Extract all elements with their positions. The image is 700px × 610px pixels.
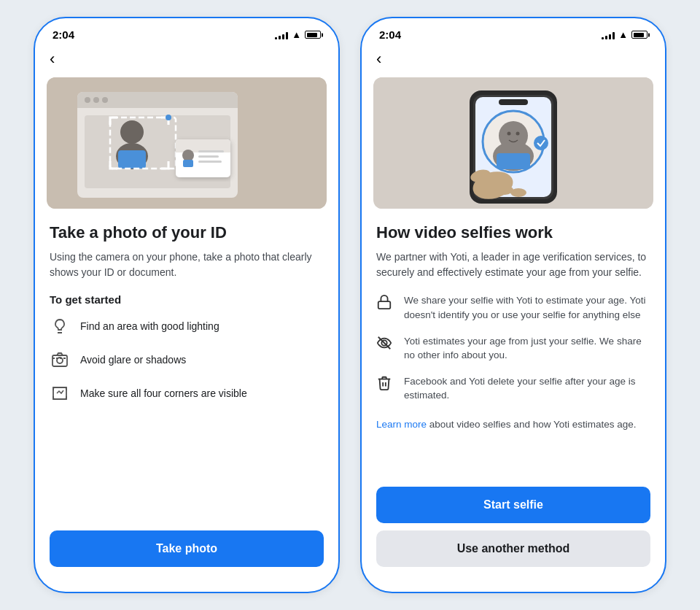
status-icons-2: ▲	[602, 29, 648, 40]
wifi-icon-1: ▲	[292, 29, 301, 40]
svg-point-5	[93, 97, 99, 103]
back-button-2[interactable]: ‹	[362, 47, 665, 77]
svg-point-6	[102, 97, 108, 103]
svg-rect-44	[378, 301, 391, 309]
take-photo-button[interactable]: Take photo	[50, 530, 324, 567]
checklist-text-3: Make sure all four corners are visible	[80, 387, 247, 399]
checklist-item-2: Avoid glare or shadows	[50, 350, 324, 370]
time-2: 2:04	[379, 28, 401, 41]
time-1: 2:04	[52, 28, 74, 41]
svg-point-4	[85, 97, 90, 103]
bottom-area-2: Start selfie Use another method	[362, 479, 665, 592]
svg-point-20	[166, 115, 171, 120]
checklist-text-2: Avoid glare or shadows	[80, 354, 186, 366]
page-title-2: How video selfies work	[376, 223, 650, 242]
page-description-1: Using the camera on your phone, take a p…	[50, 250, 324, 280]
checklist-text-1: Find an area with good lighting	[80, 320, 219, 332]
privacy-text-3: Facebook and Yoti delete your selfie aft…	[404, 374, 650, 403]
svg-rect-18	[198, 155, 219, 158]
battery-icon-1	[305, 31, 321, 39]
signal-icon-2	[602, 31, 615, 39]
section-title-1: To get started	[50, 293, 324, 306]
eye-off-icon	[376, 335, 394, 352]
status-bar-2: 2:04 ▲	[362, 18, 665, 47]
privacy-item-1: We share your selfie with Yoti to estima…	[376, 293, 650, 322]
learn-more-paragraph: Learn more about video selfies and how Y…	[376, 417, 650, 432]
svg-point-34	[508, 132, 511, 136]
back-button-1[interactable]: ‹	[35, 47, 338, 77]
camera-icon	[50, 350, 70, 370]
use-another-method-button[interactable]: Use another method	[376, 530, 650, 567]
checklist-item-1: Find an area with good lighting	[50, 316, 324, 336]
content-area-1: Take a photo of your ID Using the camera…	[35, 209, 338, 523]
start-selfie-button[interactable]: Start selfie	[376, 487, 650, 523]
hero-image-2	[373, 77, 653, 209]
svg-point-42	[510, 188, 526, 197]
trash-icon	[376, 375, 394, 393]
svg-rect-10	[118, 150, 146, 169]
privacy-text-1: We share your selfie with Yoti to estima…	[404, 293, 650, 322]
privacy-item-3: Facebook and Yoti delete your selfie aft…	[376, 374, 650, 403]
svg-rect-19	[198, 161, 222, 163]
content-area-2: How video selfies work We partner with Y…	[362, 209, 665, 479]
svg-rect-33	[497, 153, 530, 169]
page-description-2: We partner with Yoti, a leader in age ve…	[376, 250, 650, 280]
wifi-icon-2: ▲	[618, 29, 628, 40]
hero-image-1	[47, 77, 327, 209]
learn-more-suffix: about video selfies and how Yoti estimat…	[427, 419, 636, 430]
phone-1: 2:04 ▲ ‹	[34, 17, 340, 593]
signal-icon-1	[275, 31, 288, 39]
status-bar-1: 2:04 ▲	[35, 18, 338, 47]
svg-rect-16	[183, 160, 193, 167]
battery-icon-2	[631, 31, 648, 39]
phone-2: 2:04 ▲ ‹	[360, 17, 666, 593]
status-icons-1: ▲	[275, 29, 321, 40]
svg-rect-17	[198, 150, 224, 152]
svg-point-15	[182, 150, 194, 161]
svg-rect-3	[77, 101, 238, 108]
privacy-item-2: Yoti estimates your age from just your s…	[376, 334, 650, 363]
svg-rect-38	[499, 99, 528, 105]
bottom-area-1: Take photo	[35, 523, 338, 592]
lock-icon	[376, 294, 394, 312]
svg-point-35	[516, 132, 520, 136]
checklist-item-3: Make sure all four corners are visible	[50, 383, 324, 404]
svg-point-37	[534, 136, 548, 150]
svg-point-8	[120, 120, 144, 144]
svg-rect-25	[53, 387, 66, 399]
learn-more-link[interactable]: Learn more	[376, 419, 427, 430]
page-title-1: Take a photo of your ID	[50, 223, 324, 242]
lightbulb-icon	[50, 316, 70, 336]
privacy-text-2: Yoti estimates your age from just your s…	[404, 334, 650, 363]
image-corners-icon	[50, 383, 70, 404]
